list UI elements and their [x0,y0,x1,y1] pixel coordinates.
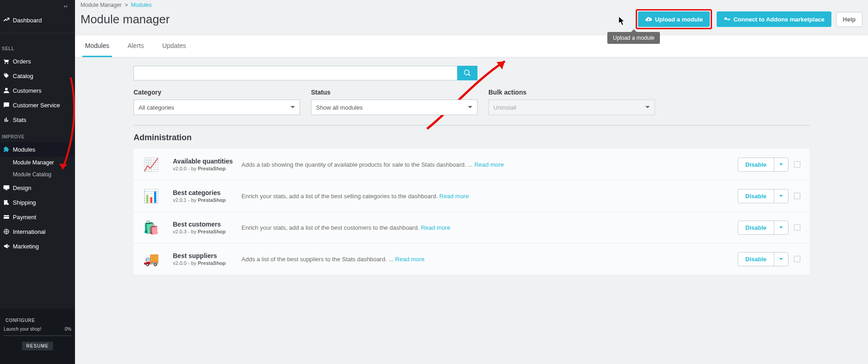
module-row: 🚚 Best suppliers v2.0.0 - by PrestaShop … [134,243,809,274]
breadcrumb-current[interactable]: Modules [131,2,151,8]
dropdown-toggle[interactable] [774,190,788,203]
nav-dashboard[interactable]: Dashboard [0,13,75,27]
sub-module-manager[interactable]: Module Manager [13,157,75,169]
dropdown-toggle[interactable] [774,221,788,234]
chevron-down-icon [779,162,783,167]
module-actions: Disable [738,158,800,172]
module-name: Best categories [173,189,241,196]
nav-catalog[interactable]: Catalog [0,69,75,83]
module-info: Best categories v2.0.1 - by PrestaShop [173,189,241,203]
category-select[interactable]: All categories [134,100,300,115]
button-label: Connect to Addons marketplace [734,16,825,23]
bulk-select[interactable]: Uninstall [488,100,655,115]
module-info: Best suppliers v2.0.0 - by PrestaShop [173,252,241,266]
nav-design[interactable]: Design [0,180,75,195]
nav-marketing[interactable]: Marketing [0,239,75,253]
search-button[interactable] [457,66,477,80]
filter-label: Category [134,89,300,96]
search-row [134,66,809,80]
read-more-link[interactable]: Read more [421,224,450,231]
nav-customer-service[interactable]: Customer Service [0,98,75,112]
section-sell: SELL [0,39,75,54]
module-version: v2.0.0 - by PrestaShop [173,166,241,171]
globe-icon [3,228,10,235]
nav-label: International [13,228,46,235]
breadcrumb: Module Manager > Modules [75,0,868,8]
tabs: Modules Alerts Updates [75,36,868,58]
nav-stats[interactable]: Stats [0,112,75,127]
read-more-link[interactable]: Read more [439,193,469,200]
key-icon [723,16,731,23]
disable-button[interactable]: Disable [738,158,774,171]
disable-button-group: Disable [738,252,788,266]
chevron-down-icon [779,225,783,230]
search-icon [463,69,472,77]
nav-customers[interactable]: Customers [0,83,75,98]
section-improve: IMPROVE [0,127,75,142]
module-row: 📊 Best categories v2.0.1 - by PrestaShop… [134,180,809,211]
breadcrumb-parent: Module Manager [80,2,122,8]
tab-alerts[interactable]: Alerts [125,36,147,57]
module-actions: Disable [738,252,800,266]
sub-module-catalog[interactable]: Module Catalog [13,169,75,180]
disable-button[interactable]: Disable [738,253,774,266]
read-more-link[interactable]: Read more [474,161,504,168]
dropdown-toggle[interactable] [774,253,788,266]
disable-button[interactable]: Disable [738,190,774,203]
module-icon: 🛍️ [143,219,159,236]
module-checkbox[interactable] [794,224,800,231]
puzzle-icon [3,146,10,153]
chevron-down-icon [779,257,783,261]
filter-row: Category All categories Status Show all … [134,89,809,115]
module-name: Best customers [173,221,241,228]
nav-label: Marketing [13,243,39,250]
upload-module-button[interactable]: Upload a module [638,11,710,27]
divider [134,125,809,126]
read-more-link[interactable]: Read more [395,256,424,263]
trending-up-icon [3,16,10,24]
search-input[interactable] [134,66,457,80]
annotation-highlight: Upload a module [636,9,712,29]
status-select[interactable]: Show all modules [311,100,477,115]
nav-orders[interactable]: Orders [0,54,75,69]
section-heading: Administration [134,133,809,142]
connect-addons-button[interactable]: Connect to Addons marketplace [717,11,831,27]
nav-international[interactable]: International [0,224,75,239]
module-icon: 🚚 [143,251,159,267]
disable-button-group: Disable [738,221,788,235]
sidebar-collapse[interactable] [0,0,75,13]
megaphone-icon [3,243,10,250]
module-checkbox[interactable] [794,193,800,199]
disable-button[interactable]: Disable [738,221,774,234]
module-description: Adds a list of the best suppliers to the… [241,256,738,263]
nav-payment[interactable]: Payment [0,210,75,224]
nav-label: Payment [13,214,36,221]
launch-pct: 0% [65,327,71,332]
nav-label: Shipping [13,199,36,206]
bar-chart-icon [3,116,10,123]
filter-status: Status Show all modules [311,89,477,115]
module-info: Available quantities v2.0.0 - by PrestaS… [173,158,241,171]
sidebar: Dashboard SELL Orders Catalog Customers … [0,0,75,364]
module-checkbox[interactable] [794,161,800,168]
module-info: Best customers v2.0.3 - by PrestaShop [173,221,241,234]
nav-shipping[interactable]: Shipping [0,195,75,210]
nav-label: Customers [13,87,42,94]
tab-updates[interactable]: Updates [160,36,189,57]
help-button[interactable]: Help [836,12,863,27]
dropdown-toggle[interactable] [774,158,788,171]
chevron-left-double-icon [62,3,69,10]
nav-label: Stats [13,116,27,123]
disable-button-group: Disable [738,189,788,203]
module-checkbox[interactable] [794,256,800,262]
module-description: Enrich your stats, add a list of the bes… [241,193,738,200]
desktop-icon [3,184,10,191]
credit-card-icon [3,213,10,221]
header-buttons: Upload a module Connect to Addons market… [636,9,863,29]
tab-modules[interactable]: Modules [82,36,112,57]
nav-label: Dashboard [13,17,42,24]
nav-modules[interactable]: Modules ⌃ [0,142,75,157]
resume-button[interactable]: RESUME [22,342,54,350]
cart-icon [3,58,10,65]
page-title: Module manager [80,12,170,26]
